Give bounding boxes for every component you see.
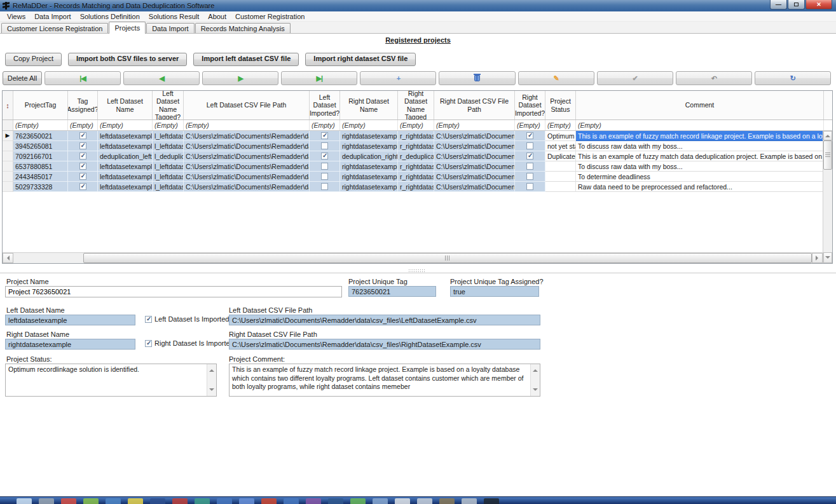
- column-header-comment[interactable]: Comment: [576, 91, 824, 119]
- scroll-up-button[interactable]: [823, 131, 832, 140]
- right-csv-path-field[interactable]: C:\Users\zlmatic\Documents\Remadder\data…: [229, 339, 540, 350]
- checkbox-left-imported[interactable]: [321, 142, 328, 149]
- cell-right-tagged[interactable]: r_rightdataset: [398, 131, 434, 141]
- cell-right-path[interactable]: C:\Users\zlmatic\Documents: [434, 141, 515, 151]
- menu-item-solutions-result[interactable]: Solutions Result: [144, 12, 204, 21]
- accept-button[interactable]: ✔: [597, 71, 673, 85]
- cell-comment[interactable]: To determine deadliness: [576, 172, 824, 182]
- table-row[interactable]: 5029733328leftdatasetexamplel_leftdatase…: [3, 182, 832, 192]
- menu-item-about[interactable]: About: [203, 12, 231, 21]
- import-both-csv-files-to-server-button[interactable]: Import both CSV files to server: [68, 53, 187, 66]
- cell-right-name[interactable]: deduplication_right: [340, 151, 398, 161]
- cell-left-name[interactable]: deduplication_left: [98, 151, 153, 161]
- cell-right-imported[interactable]: [515, 131, 545, 141]
- column-header-projecttag[interactable]: ProjectTag: [13, 91, 68, 119]
- cell-left-path[interactable]: C:\Users\zlmatic\Documents\Remadder\data: [184, 161, 310, 172]
- cell-right-tagged[interactable]: r_rightdataset: [398, 141, 434, 151]
- tab-data-import[interactable]: Data Import: [146, 23, 194, 34]
- filter-cell-comment[interactable]: (Empty): [576, 120, 824, 130]
- column-header-right-dataset-csv-file-path[interactable]: Right Dataset CSV File Path: [434, 91, 515, 119]
- cell-project-tag[interactable]: 7623650021: [13, 131, 68, 141]
- taskbar-icon[interactable]: [395, 498, 410, 504]
- cell-left-path[interactable]: C:\Users\zlmatic\Documents\Remadder\data: [184, 172, 310, 182]
- cell-left-name[interactable]: leftdatasetexample: [98, 141, 153, 151]
- move-previous-button[interactable]: ◀: [123, 71, 200, 85]
- cell-tag-assigned[interactable]: [68, 182, 98, 192]
- cell-left-imported[interactable]: [310, 151, 340, 161]
- row-header-cell[interactable]: [3, 161, 13, 172]
- column-header-right-dataset-name[interactable]: Right Dataset Name: [340, 91, 398, 119]
- cell-status[interactable]: [545, 161, 576, 172]
- grid-horizontal-scrollbar[interactable]: [3, 252, 823, 263]
- checkbox-tag-assigned[interactable]: [79, 153, 86, 160]
- scroll-right-button[interactable]: [812, 253, 823, 263]
- taskbar-icon[interactable]: [172, 498, 188, 504]
- checkbox-left-imported[interactable]: [321, 153, 328, 160]
- cell-status[interactable]: not yet star: [545, 141, 576, 151]
- checkbox-tag-assigned[interactable]: [79, 183, 86, 190]
- cell-left-path[interactable]: C:\Users\zlmatic\Documents\Remadder\data: [184, 141, 310, 151]
- cell-left-imported[interactable]: [310, 172, 340, 182]
- row-header-cell[interactable]: [3, 172, 13, 182]
- taskbar-icon[interactable]: [417, 498, 432, 504]
- cell-right-tagged[interactable]: r_rightdataset: [398, 182, 434, 192]
- left-imported-checkbox[interactable]: [145, 316, 152, 323]
- column-header-left-dataset-name[interactable]: Left Dataset Name: [98, 91, 153, 119]
- cell-left-path[interactable]: C:\Users\zlmatic\Documents\Remadder\data: [184, 151, 310, 161]
- cell-right-path[interactable]: C:\Users\zlmatic\Documents: [434, 151, 515, 161]
- project-comment-textarea[interactable]: This is an example of fuzzy match record…: [229, 364, 540, 397]
- import-right-dataset-csv-file-button[interactable]: Import right dataset CSV file: [305, 53, 416, 66]
- filter-cell-left-dataset-name[interactable]: (Empty): [98, 120, 153, 130]
- cell-left-imported[interactable]: [310, 161, 340, 172]
- cell-comment[interactable]: Raw data need to be preprocessed and ref…: [576, 182, 824, 192]
- filter-cell-left-dataset-imported[interactable]: (Empty): [310, 120, 340, 130]
- cell-right-name[interactable]: rightdatasetexample: [340, 161, 398, 172]
- filter-cell-right-dataset-imported[interactable]: (Empty): [515, 120, 545, 130]
- cell-left-path[interactable]: C:\Users\zlmatic\Documents\Remadder\data: [184, 182, 310, 192]
- textarea-scrollbar[interactable]: [530, 364, 540, 396]
- checkbox-tag-assigned[interactable]: [79, 173, 86, 180]
- cell-left-name[interactable]: leftdatasetexample: [98, 161, 153, 172]
- cell-right-tagged[interactable]: r_rightdataset: [398, 161, 434, 172]
- menu-item-customer-registration[interactable]: Customer Registration: [231, 12, 309, 21]
- cell-right-path[interactable]: C:\Users\zlmatic\Documents: [434, 161, 515, 172]
- taskbar-icon[interactable]: [239, 498, 254, 504]
- taskbar-icon[interactable]: [217, 498, 232, 504]
- cell-left-name[interactable]: leftdatasetexample: [98, 131, 153, 141]
- taskbar-icon[interactable]: [284, 498, 299, 504]
- cell-left-tagged[interactable]: l_leftdatase: [153, 182, 184, 192]
- cell-status[interactable]: Duplicates: [545, 151, 576, 161]
- menu-item-views[interactable]: Views: [3, 12, 30, 21]
- cell-left-imported[interactable]: [310, 141, 340, 151]
- cell-left-name[interactable]: leftdatasetexample: [98, 182, 153, 192]
- checkbox-tag-assigned[interactable]: [79, 132, 86, 139]
- cell-left-tagged[interactable]: l_leftdatase: [153, 161, 184, 172]
- cell-project-tag[interactable]: 7092166701: [13, 151, 68, 161]
- checkbox-left-imported[interactable]: [321, 132, 328, 139]
- filter-cell-right-dataset-name[interactable]: (Empty): [340, 120, 398, 130]
- cell-comment[interactable]: This is an example of fuzzy match data d…: [576, 151, 824, 161]
- delete-button[interactable]: [439, 71, 515, 85]
- checkbox-tag-assigned[interactable]: [79, 142, 86, 149]
- delete-all-button[interactable]: Delete All: [3, 71, 42, 85]
- column-header-right-dataset-name-tagged[interactable]: Right Dataset Name Tagged: [398, 91, 434, 119]
- taskbar-icon[interactable]: [83, 498, 99, 504]
- cell-right-tagged[interactable]: r_deduplicatio: [398, 151, 434, 161]
- table-row[interactable]: 6537880851leftdatasetexamplel_leftdatase…: [3, 161, 832, 172]
- taskbar-icon[interactable]: [106, 498, 121, 504]
- import-left-dataset-csv-file-button[interactable]: Import left dataset CSV file: [193, 53, 299, 66]
- scroll-left-button[interactable]: [3, 253, 13, 263]
- refresh-button[interactable]: ↻: [755, 71, 831, 85]
- cell-right-name[interactable]: rightdatasetexample: [340, 141, 398, 151]
- checkbox-tag-assigned[interactable]: [79, 163, 86, 170]
- cell-tag-assigned[interactable]: [68, 151, 98, 161]
- cell-left-imported[interactable]: [310, 131, 340, 141]
- checkbox-right-imported[interactable]: [526, 142, 533, 149]
- right-dataset-name-field[interactable]: rightdatasetexample: [5, 339, 135, 350]
- cell-status[interactable]: [545, 182, 576, 192]
- project-status-textarea[interactable]: Optimum recordlinkage solution is identi…: [5, 364, 217, 397]
- cell-project-tag[interactable]: 5029733328: [13, 182, 68, 192]
- taskbar-icon[interactable]: [150, 498, 165, 504]
- menu-item-solutions-definition[interactable]: Solutions Definition: [76, 12, 144, 21]
- cell-right-path[interactable]: C:\Users\zlmatic\Documents: [434, 182, 515, 192]
